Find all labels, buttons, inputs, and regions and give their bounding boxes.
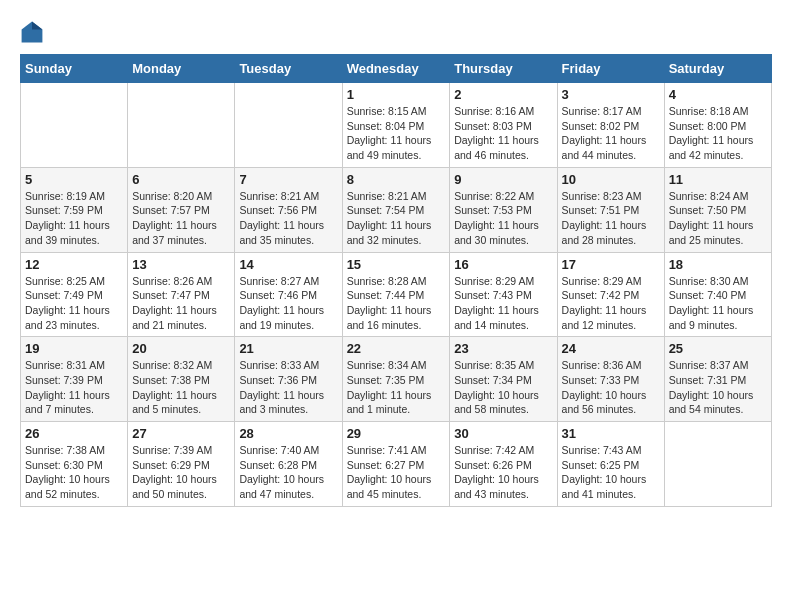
calendar-cell: [235, 83, 342, 168]
column-header-sunday: Sunday: [21, 55, 128, 83]
day-number: 22: [347, 341, 446, 356]
day-info: Sunrise: 8:29 AM Sunset: 7:43 PM Dayligh…: [454, 274, 552, 333]
day-number: 28: [239, 426, 337, 441]
day-info: Sunrise: 8:21 AM Sunset: 7:56 PM Dayligh…: [239, 189, 337, 248]
day-number: 30: [454, 426, 552, 441]
day-info: Sunrise: 8:19 AM Sunset: 7:59 PM Dayligh…: [25, 189, 123, 248]
day-number: 9: [454, 172, 552, 187]
calendar-cell: 13Sunrise: 8:26 AM Sunset: 7:47 PM Dayli…: [128, 252, 235, 337]
day-info: Sunrise: 8:23 AM Sunset: 7:51 PM Dayligh…: [562, 189, 660, 248]
day-info: Sunrise: 7:38 AM Sunset: 6:30 PM Dayligh…: [25, 443, 123, 502]
day-info: Sunrise: 8:35 AM Sunset: 7:34 PM Dayligh…: [454, 358, 552, 417]
day-number: 15: [347, 257, 446, 272]
calendar-cell: 21Sunrise: 8:33 AM Sunset: 7:36 PM Dayli…: [235, 337, 342, 422]
day-number: 8: [347, 172, 446, 187]
day-info: Sunrise: 8:22 AM Sunset: 7:53 PM Dayligh…: [454, 189, 552, 248]
day-info: Sunrise: 8:15 AM Sunset: 8:04 PM Dayligh…: [347, 104, 446, 163]
calendar-cell: 6Sunrise: 8:20 AM Sunset: 7:57 PM Daylig…: [128, 167, 235, 252]
column-header-wednesday: Wednesday: [342, 55, 450, 83]
day-number: 23: [454, 341, 552, 356]
calendar-cell: 3Sunrise: 8:17 AM Sunset: 8:02 PM Daylig…: [557, 83, 664, 168]
logo: [20, 20, 48, 44]
day-number: 18: [669, 257, 767, 272]
day-number: 21: [239, 341, 337, 356]
day-number: 10: [562, 172, 660, 187]
day-info: Sunrise: 8:33 AM Sunset: 7:36 PM Dayligh…: [239, 358, 337, 417]
day-number: 25: [669, 341, 767, 356]
svg-marker-1: [32, 22, 42, 30]
day-number: 26: [25, 426, 123, 441]
day-info: Sunrise: 8:18 AM Sunset: 8:00 PM Dayligh…: [669, 104, 767, 163]
calendar-cell: 17Sunrise: 8:29 AM Sunset: 7:42 PM Dayli…: [557, 252, 664, 337]
calendar-cell: [128, 83, 235, 168]
day-number: 17: [562, 257, 660, 272]
day-number: 27: [132, 426, 230, 441]
page-header: [20, 20, 772, 44]
calendar-cell: 31Sunrise: 7:43 AM Sunset: 6:25 PM Dayli…: [557, 422, 664, 507]
calendar-cell: 7Sunrise: 8:21 AM Sunset: 7:56 PM Daylig…: [235, 167, 342, 252]
day-number: 7: [239, 172, 337, 187]
column-header-friday: Friday: [557, 55, 664, 83]
calendar-cell: 19Sunrise: 8:31 AM Sunset: 7:39 PM Dayli…: [21, 337, 128, 422]
day-number: 6: [132, 172, 230, 187]
day-info: Sunrise: 8:26 AM Sunset: 7:47 PM Dayligh…: [132, 274, 230, 333]
day-number: 13: [132, 257, 230, 272]
calendar-cell: 24Sunrise: 8:36 AM Sunset: 7:33 PM Dayli…: [557, 337, 664, 422]
calendar-cell: 20Sunrise: 8:32 AM Sunset: 7:38 PM Dayli…: [128, 337, 235, 422]
day-number: 29: [347, 426, 446, 441]
day-number: 11: [669, 172, 767, 187]
logo-icon: [20, 20, 44, 44]
calendar-cell: 8Sunrise: 8:21 AM Sunset: 7:54 PM Daylig…: [342, 167, 450, 252]
calendar-cell: 29Sunrise: 7:41 AM Sunset: 6:27 PM Dayli…: [342, 422, 450, 507]
calendar-cell: 11Sunrise: 8:24 AM Sunset: 7:50 PM Dayli…: [664, 167, 771, 252]
day-number: 19: [25, 341, 123, 356]
calendar-cell: 23Sunrise: 8:35 AM Sunset: 7:34 PM Dayli…: [450, 337, 557, 422]
calendar-cell: 22Sunrise: 8:34 AM Sunset: 7:35 PM Dayli…: [342, 337, 450, 422]
calendar-week-row: 5Sunrise: 8:19 AM Sunset: 7:59 PM Daylig…: [21, 167, 772, 252]
day-info: Sunrise: 8:21 AM Sunset: 7:54 PM Dayligh…: [347, 189, 446, 248]
day-info: Sunrise: 8:28 AM Sunset: 7:44 PM Dayligh…: [347, 274, 446, 333]
calendar-cell: 12Sunrise: 8:25 AM Sunset: 7:49 PM Dayli…: [21, 252, 128, 337]
day-info: Sunrise: 7:42 AM Sunset: 6:26 PM Dayligh…: [454, 443, 552, 502]
calendar-header-row: SundayMondayTuesdayWednesdayThursdayFrid…: [21, 55, 772, 83]
day-info: Sunrise: 8:36 AM Sunset: 7:33 PM Dayligh…: [562, 358, 660, 417]
day-number: 12: [25, 257, 123, 272]
column-header-tuesday: Tuesday: [235, 55, 342, 83]
day-number: 5: [25, 172, 123, 187]
calendar-cell: 1Sunrise: 8:15 AM Sunset: 8:04 PM Daylig…: [342, 83, 450, 168]
day-info: Sunrise: 8:27 AM Sunset: 7:46 PM Dayligh…: [239, 274, 337, 333]
day-info: Sunrise: 8:20 AM Sunset: 7:57 PM Dayligh…: [132, 189, 230, 248]
calendar-cell: 27Sunrise: 7:39 AM Sunset: 6:29 PM Dayli…: [128, 422, 235, 507]
day-number: 16: [454, 257, 552, 272]
day-info: Sunrise: 8:24 AM Sunset: 7:50 PM Dayligh…: [669, 189, 767, 248]
day-info: Sunrise: 8:29 AM Sunset: 7:42 PM Dayligh…: [562, 274, 660, 333]
column-header-thursday: Thursday: [450, 55, 557, 83]
calendar-cell: 25Sunrise: 8:37 AM Sunset: 7:31 PM Dayli…: [664, 337, 771, 422]
day-info: Sunrise: 8:32 AM Sunset: 7:38 PM Dayligh…: [132, 358, 230, 417]
calendar-cell: 26Sunrise: 7:38 AM Sunset: 6:30 PM Dayli…: [21, 422, 128, 507]
calendar-cell: 5Sunrise: 8:19 AM Sunset: 7:59 PM Daylig…: [21, 167, 128, 252]
calendar-cell: 14Sunrise: 8:27 AM Sunset: 7:46 PM Dayli…: [235, 252, 342, 337]
day-number: 31: [562, 426, 660, 441]
day-info: Sunrise: 7:41 AM Sunset: 6:27 PM Dayligh…: [347, 443, 446, 502]
day-info: Sunrise: 7:43 AM Sunset: 6:25 PM Dayligh…: [562, 443, 660, 502]
day-info: Sunrise: 8:30 AM Sunset: 7:40 PM Dayligh…: [669, 274, 767, 333]
day-number: 14: [239, 257, 337, 272]
calendar-cell: 9Sunrise: 8:22 AM Sunset: 7:53 PM Daylig…: [450, 167, 557, 252]
day-info: Sunrise: 8:34 AM Sunset: 7:35 PM Dayligh…: [347, 358, 446, 417]
calendar-cell: 18Sunrise: 8:30 AM Sunset: 7:40 PM Dayli…: [664, 252, 771, 337]
calendar-cell: [664, 422, 771, 507]
calendar-cell: 10Sunrise: 8:23 AM Sunset: 7:51 PM Dayli…: [557, 167, 664, 252]
day-info: Sunrise: 8:25 AM Sunset: 7:49 PM Dayligh…: [25, 274, 123, 333]
day-number: 2: [454, 87, 552, 102]
day-info: Sunrise: 8:17 AM Sunset: 8:02 PM Dayligh…: [562, 104, 660, 163]
calendar-cell: 16Sunrise: 8:29 AM Sunset: 7:43 PM Dayli…: [450, 252, 557, 337]
calendar-cell: [21, 83, 128, 168]
calendar-week-row: 19Sunrise: 8:31 AM Sunset: 7:39 PM Dayli…: [21, 337, 772, 422]
calendar-cell: 30Sunrise: 7:42 AM Sunset: 6:26 PM Dayli…: [450, 422, 557, 507]
calendar-cell: 4Sunrise: 8:18 AM Sunset: 8:00 PM Daylig…: [664, 83, 771, 168]
day-number: 4: [669, 87, 767, 102]
calendar-cell: 2Sunrise: 8:16 AM Sunset: 8:03 PM Daylig…: [450, 83, 557, 168]
day-number: 1: [347, 87, 446, 102]
day-info: Sunrise: 8:16 AM Sunset: 8:03 PM Dayligh…: [454, 104, 552, 163]
